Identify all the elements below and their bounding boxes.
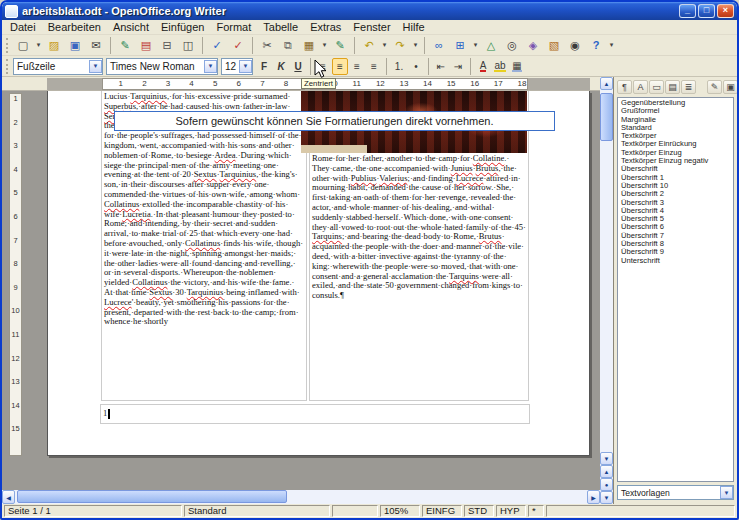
paste-dropdown[interactable]: ▾ [320,36,329,55]
undo-button[interactable]: ↶ [359,36,379,55]
underline-button[interactable]: U [290,58,306,75]
bold-button[interactable]: F [256,58,272,75]
new-document-dropdown[interactable]: ▾ [34,36,43,55]
scroll-up-button[interactable]: ▲ [600,77,613,90]
redo-button[interactable]: ↷ [390,36,410,55]
print-button[interactable]: ⊟ [157,36,177,55]
scroll-down-button[interactable]: ▼ [600,452,613,465]
justify-button[interactable]: ≡ [366,58,382,75]
previous-page-button[interactable]: ▲ [600,465,613,478]
gallery-button[interactable]: ▧ [544,36,564,55]
close-button[interactable]: × [717,4,734,18]
menu-item[interactable]: Hilfe [397,21,431,33]
table-button[interactable]: ⊞ [450,36,470,55]
spellcheck-button[interactable]: ✓ [207,36,227,55]
highlighting-button[interactable]: ab [492,58,508,75]
page-styles-button[interactable]: ▤ [665,80,680,94]
menu-item[interactable]: Einfügen [155,21,210,33]
chevron-down-icon[interactable]: ▼ [239,60,252,73]
minimize-button[interactable]: _ [679,4,696,18]
toolbar-grip[interactable] [6,38,9,53]
style-filter-combo[interactable]: Textvorlagen ▼ [617,485,734,500]
background-color-button[interactable]: ▦ [509,58,525,75]
auto-spellcheck-button[interactable]: ✓ [228,36,248,55]
menu-item[interactable]: Tabelle [257,21,304,33]
icon-glyph: ≡ [354,61,360,72]
style-list-item[interactable]: Unterschrift [619,257,732,265]
separator [425,58,432,75]
scroll-right-button[interactable]: ▶ [587,490,600,504]
status-selection-mode[interactable]: STD [464,505,494,517]
next-page-button[interactable]: ▼ [600,491,613,504]
save-button[interactable]: ▣ [65,36,85,55]
toolbar-options-dropdown[interactable]: ▾ [607,36,616,55]
scroll-thumb[interactable] [600,93,613,141]
vertical-scrollbar[interactable]: ▲ ▼ ▲ ● ▼ [600,77,613,504]
help-button[interactable]: ? [586,36,606,55]
font-color-button[interactable]: A [475,58,491,75]
horizontal-scrollbar[interactable]: ◀ ▶ [2,490,600,504]
undo-dropdown[interactable]: ▾ [380,36,389,55]
menu-item[interactable]: Extras [304,21,347,33]
bullet-list-button[interactable]: • [408,58,424,75]
zoom-button[interactable]: ◉ [565,36,585,55]
increase-indent-button[interactable]: ⇥ [450,58,466,75]
export-pdf-button[interactable]: ▤ [136,36,156,55]
new-document-button[interactable]: ▢ [13,36,33,55]
paragraph-styles-button[interactable]: ¶ [617,80,632,94]
italic-button[interactable]: K [273,58,289,75]
scroll-track[interactable] [15,490,587,504]
navigator-button[interactable]: ◈ [523,36,543,55]
menu-item[interactable]: Ansicht [107,21,155,33]
menu-item[interactable]: Datei [4,21,42,33]
cut-button[interactable]: ✂ [257,36,277,55]
title-bar[interactable]: arbeitsblatt.odt - OpenOffice.org Writer… [2,2,737,20]
status-page-style[interactable]: Standard [184,505,330,517]
table-dropdown[interactable]: ▾ [471,36,480,55]
open-button[interactable]: ▨ [44,36,64,55]
list-styles-button[interactable]: ≣ [681,80,696,94]
menu-item[interactable]: Format [210,21,257,33]
edit-file-button[interactable]: ✎ [115,36,135,55]
window-controls: _ □ × [679,4,734,18]
decrease-indent-button[interactable]: ⇤ [433,58,449,75]
copy-button[interactable]: ⧉ [278,36,298,55]
toolbar-grip[interactable] [6,59,9,74]
font-size-combo[interactable]: 12 ▼ [221,58,253,75]
scroll-left-button[interactable]: ◀ [2,490,15,504]
page-footer[interactable]: 1 [100,404,530,424]
menu-item[interactable]: Bearbeiten [42,21,107,33]
status-zoom[interactable]: 105% [380,505,420,517]
navigation-button[interactable]: ● [600,478,613,491]
chevron-down-icon[interactable]: ▼ [720,486,733,499]
align-right-button[interactable]: ≡ [349,58,365,75]
misspelled-word: Valerius [379,173,407,183]
menu-item[interactable]: Fenster [347,21,396,33]
find-replace-button[interactable]: ◎ [502,36,522,55]
format-paintbrush-button[interactable]: ✎ [330,36,350,55]
font-name-combo[interactable]: Times New Roman ▼ [106,58,218,75]
document-column-left[interactable]: Lucius·Tarquinius,·for·his·excessive·pri… [101,91,307,401]
hyperlink-button[interactable]: ∞ [429,36,449,55]
maximize-button[interactable]: □ [698,4,715,18]
status-insert-mode[interactable]: EINFG [422,505,462,517]
chevron-down-icon[interactable]: ▼ [204,60,217,73]
paragraph-style-combo[interactable]: Fußzeile ▼ [13,58,103,75]
character-styles-button[interactable]: A [633,80,648,94]
align-center-button[interactable]: ≡ [332,58,348,75]
new-style-from-selection-button[interactable]: ▣ [723,80,738,94]
numbered-list-button[interactable]: 1. [391,58,407,75]
scroll-track[interactable] [600,90,613,452]
scroll-thumb[interactable] [17,490,287,503]
standard-toolbar: ▢▾▨▣✉✎▤⊟◫✓✓✂⧉▦▾✎↶▾↷▾∞⊞▾△◎◈▧◉?▾ [2,35,737,56]
status-hyperlink-mode[interactable]: HYP [496,505,526,517]
fill-format-mode-button[interactable]: ✎ [707,80,722,94]
paste-button[interactable]: ▦ [299,36,319,55]
vertical-ruler[interactable]: 123456789101112131415 [9,93,22,456]
email-button[interactable]: ✉ [86,36,106,55]
page-preview-button[interactable]: ◫ [178,36,198,55]
frame-styles-button[interactable]: ▭ [649,80,664,94]
chevron-down-icon[interactable]: ▼ [89,60,102,73]
draw-functions-button[interactable]: △ [481,36,501,55]
redo-dropdown[interactable]: ▾ [411,36,420,55]
